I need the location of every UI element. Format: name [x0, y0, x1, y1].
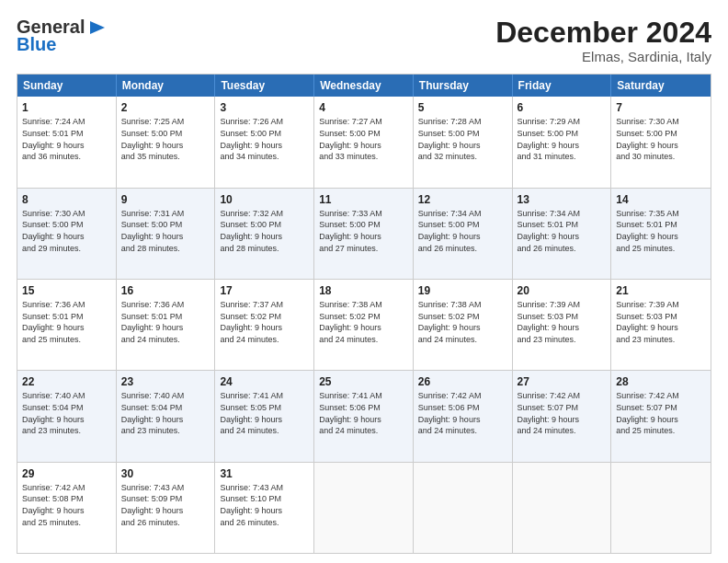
day-cell-22: 22Sunrise: 7:40 AMSunset: 5:04 PMDayligh… — [17, 371, 117, 461]
day-cell-29: 29Sunrise: 7:42 AMSunset: 5:08 PMDayligh… — [17, 463, 117, 553]
day-number: 29 — [22, 466, 111, 481]
day-info: Sunrise: 7:41 AMSunset: 5:05 PMDaylight:… — [220, 390, 309, 436]
day-info: Sunrise: 7:38 AMSunset: 5:02 PMDaylight:… — [319, 299, 408, 345]
day-info: Sunrise: 7:26 AMSunset: 5:00 PMDaylight:… — [220, 116, 309, 162]
header-monday: Monday — [117, 75, 216, 97]
day-info: Sunrise: 7:39 AMSunset: 5:03 PMDaylight:… — [616, 299, 706, 345]
header-tuesday: Tuesday — [215, 75, 314, 97]
day-info: Sunrise: 7:38 AMSunset: 5:02 PMDaylight:… — [418, 299, 507, 345]
day-number: 9 — [121, 192, 210, 207]
day-info: Sunrise: 7:40 AMSunset: 5:04 PMDaylight:… — [22, 390, 111, 436]
day-info: Sunrise: 7:37 AMSunset: 5:02 PMDaylight:… — [220, 299, 309, 345]
day-cell-13: 13Sunrise: 7:34 AMSunset: 5:01 PMDayligh… — [513, 189, 612, 279]
day-cell-1: 1Sunrise: 7:24 AMSunset: 5:01 PMDaylight… — [17, 97, 117, 187]
day-info: Sunrise: 7:43 AMSunset: 5:10 PMDaylight:… — [220, 482, 309, 528]
day-cell-27: 27Sunrise: 7:42 AMSunset: 5:07 PMDayligh… — [513, 371, 612, 461]
page: General Blue December 2024 Elmas, Sardin… — [0, 0, 728, 563]
day-info: Sunrise: 7:30 AMSunset: 5:00 PMDaylight:… — [22, 208, 111, 254]
day-cell-15: 15Sunrise: 7:36 AMSunset: 5:01 PMDayligh… — [17, 280, 117, 370]
day-info: Sunrise: 7:34 AMSunset: 5:00 PMDaylight:… — [418, 208, 507, 254]
day-info: Sunrise: 7:43 AMSunset: 5:09 PMDaylight:… — [121, 482, 210, 528]
day-number: 20 — [518, 283, 607, 298]
title-block: December 2024 Elmas, Sardinia, Italy — [495, 17, 711, 64]
empty-cell — [414, 463, 513, 553]
day-cell-17: 17Sunrise: 7:37 AMSunset: 5:02 PMDayligh… — [215, 280, 314, 370]
calendar-body: 1Sunrise: 7:24 AMSunset: 5:01 PMDaylight… — [17, 97, 711, 553]
day-number: 13 — [518, 192, 607, 207]
day-info: Sunrise: 7:42 AMSunset: 5:07 PMDaylight:… — [518, 390, 607, 436]
logo-blue-text: Blue — [17, 34, 56, 55]
day-number: 6 — [518, 100, 607, 115]
day-number: 10 — [220, 192, 309, 207]
day-number: 31 — [220, 466, 309, 481]
day-cell-5: 5Sunrise: 7:28 AMSunset: 5:00 PMDaylight… — [414, 97, 513, 187]
location: Elmas, Sardinia, Italy — [495, 49, 711, 64]
day-info: Sunrise: 7:36 AMSunset: 5:01 PMDaylight:… — [22, 299, 111, 345]
day-number: 25 — [319, 374, 408, 389]
day-number: 1 — [22, 100, 111, 115]
day-info: Sunrise: 7:32 AMSunset: 5:00 PMDaylight:… — [220, 208, 309, 254]
day-cell-18: 18Sunrise: 7:38 AMSunset: 5:02 PMDayligh… — [314, 280, 414, 370]
day-number: 8 — [22, 192, 111, 207]
calendar-row-5: 29Sunrise: 7:42 AMSunset: 5:08 PMDayligh… — [17, 462, 711, 553]
header-friday: Friday — [513, 75, 612, 97]
empty-cell — [611, 463, 711, 553]
day-info: Sunrise: 7:33 AMSunset: 5:00 PMDaylight:… — [319, 208, 408, 254]
day-info: Sunrise: 7:41 AMSunset: 5:06 PMDaylight:… — [319, 390, 408, 436]
day-number: 27 — [518, 374, 607, 389]
day-cell-9: 9Sunrise: 7:31 AMSunset: 5:00 PMDaylight… — [117, 189, 216, 279]
day-number: 7 — [616, 100, 706, 115]
day-info: Sunrise: 7:34 AMSunset: 5:01 PMDaylight:… — [518, 208, 607, 254]
day-cell-31: 31Sunrise: 7:43 AMSunset: 5:10 PMDayligh… — [215, 463, 314, 553]
day-cell-25: 25Sunrise: 7:41 AMSunset: 5:06 PMDayligh… — [314, 371, 414, 461]
day-cell-24: 24Sunrise: 7:41 AMSunset: 5:05 PMDayligh… — [215, 371, 314, 461]
calendar-row-2: 8Sunrise: 7:30 AMSunset: 5:00 PMDaylight… — [17, 188, 711, 279]
day-info: Sunrise: 7:35 AMSunset: 5:01 PMDaylight:… — [616, 208, 706, 254]
day-number: 22 — [22, 374, 111, 389]
day-number: 11 — [319, 192, 408, 207]
month-title: December 2024 — [495, 17, 711, 49]
svg-marker-0 — [90, 21, 105, 34]
day-cell-7: 7Sunrise: 7:30 AMSunset: 5:00 PMDaylight… — [611, 97, 711, 187]
day-number: 28 — [616, 374, 706, 389]
day-cell-23: 23Sunrise: 7:40 AMSunset: 5:04 PMDayligh… — [117, 371, 216, 461]
day-number: 14 — [616, 192, 706, 207]
day-cell-16: 16Sunrise: 7:36 AMSunset: 5:01 PMDayligh… — [117, 280, 216, 370]
day-number: 4 — [319, 100, 408, 115]
empty-cell — [513, 463, 612, 553]
day-cell-14: 14Sunrise: 7:35 AMSunset: 5:01 PMDayligh… — [611, 189, 711, 279]
calendar-header: Sunday Monday Tuesday Wednesday Thursday… — [17, 75, 711, 97]
day-cell-6: 6Sunrise: 7:29 AMSunset: 5:00 PMDaylight… — [513, 97, 612, 187]
day-info: Sunrise: 7:42 AMSunset: 5:07 PMDaylight:… — [616, 390, 706, 436]
day-info: Sunrise: 7:28 AMSunset: 5:00 PMDaylight:… — [418, 116, 507, 162]
day-number: 18 — [319, 283, 408, 298]
day-cell-10: 10Sunrise: 7:32 AMSunset: 5:00 PMDayligh… — [215, 189, 314, 279]
header-thursday: Thursday — [414, 75, 513, 97]
day-info: Sunrise: 7:30 AMSunset: 5:00 PMDaylight:… — [616, 116, 706, 162]
header-saturday: Saturday — [611, 75, 711, 97]
day-cell-26: 26Sunrise: 7:42 AMSunset: 5:06 PMDayligh… — [414, 371, 513, 461]
day-info: Sunrise: 7:42 AMSunset: 5:06 PMDaylight:… — [418, 390, 507, 436]
day-number: 26 — [418, 374, 507, 389]
day-cell-11: 11Sunrise: 7:33 AMSunset: 5:00 PMDayligh… — [314, 189, 414, 279]
day-info: Sunrise: 7:27 AMSunset: 5:00 PMDaylight:… — [319, 116, 408, 162]
logo-bird-icon — [86, 17, 107, 38]
day-info: Sunrise: 7:31 AMSunset: 5:00 PMDaylight:… — [121, 208, 210, 254]
day-number: 23 — [121, 374, 210, 389]
header: General Blue December 2024 Elmas, Sardin… — [17, 17, 711, 64]
calendar-row-1: 1Sunrise: 7:24 AMSunset: 5:01 PMDaylight… — [17, 97, 711, 187]
day-number: 19 — [418, 283, 507, 298]
day-info: Sunrise: 7:29 AMSunset: 5:00 PMDaylight:… — [518, 116, 607, 162]
day-cell-12: 12Sunrise: 7:34 AMSunset: 5:00 PMDayligh… — [414, 189, 513, 279]
header-sunday: Sunday — [17, 75, 117, 97]
day-info: Sunrise: 7:42 AMSunset: 5:08 PMDaylight:… — [22, 482, 111, 528]
day-number: 2 — [121, 100, 210, 115]
day-number: 15 — [22, 283, 111, 298]
day-number: 5 — [418, 100, 507, 115]
day-number: 12 — [418, 192, 507, 207]
calendar: Sunday Monday Tuesday Wednesday Thursday… — [17, 74, 711, 554]
day-cell-20: 20Sunrise: 7:39 AMSunset: 5:03 PMDayligh… — [513, 280, 612, 370]
day-number: 17 — [220, 283, 309, 298]
day-info: Sunrise: 7:40 AMSunset: 5:04 PMDaylight:… — [121, 390, 210, 436]
header-wednesday: Wednesday — [314, 75, 414, 97]
